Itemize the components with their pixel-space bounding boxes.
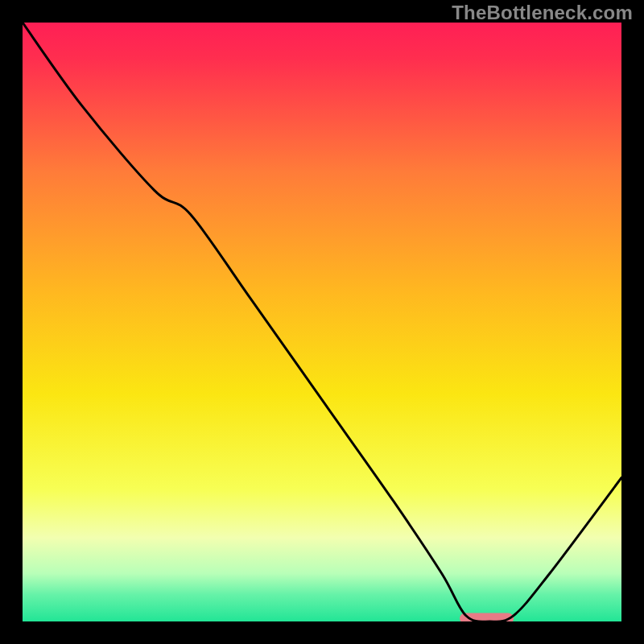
outer-frame: TheBottleneck.com xyxy=(0,0,644,644)
chart-background xyxy=(23,23,621,621)
watermark-text: TheBottleneck.com xyxy=(452,2,633,24)
chart-plot-area xyxy=(23,23,621,621)
